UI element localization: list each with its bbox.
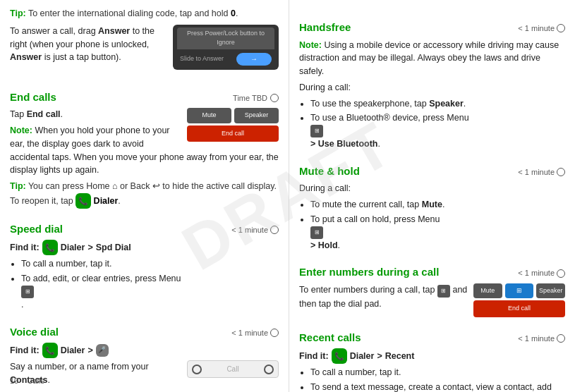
slide-arrow: →: [250, 54, 258, 64]
slide-button[interactable]: →: [236, 53, 272, 66]
handsfree-list: To use the speakerphone, tap Speaker. To…: [310, 97, 565, 151]
clock-icon-speed: [270, 226, 279, 234]
clock-icon-voice: [270, 329, 279, 337]
end-calls-heading: End calls: [10, 90, 56, 106]
recent-calls-find-it: Find it: 📞 Dialer > Recent: [299, 348, 565, 364]
list-item: To send a text message, create a contact…: [310, 381, 565, 392]
end-call-button-img: End call: [187, 125, 279, 142]
left-column: Tip: To enter the international dialing …: [0, 0, 289, 392]
clock-icon-enter: [557, 269, 565, 278]
menu-icon-hold: ⊞: [310, 226, 323, 239]
tip1-text: Tip: To enter the international dialing …: [10, 7, 279, 20]
list-item: To call a number, tap it.: [310, 366, 565, 379]
recent-calls-heading: Recent calls: [299, 330, 361, 346]
mute-btn-enter: Mute: [473, 283, 502, 299]
enter-numbers-ui: Mute ⊞ Speaker End call: [473, 283, 565, 317]
power-lock-label: Press Power/Lock button to Ignore: [177, 27, 274, 49]
speed-dial-find-it: Find it: 📞 Dialer > Spd Dial: [10, 240, 279, 255]
dialpad-icon: ⊞: [437, 285, 450, 298]
voice-icon: 🎤: [96, 344, 109, 357]
speed-dial-time: < 1 minute: [231, 224, 279, 236]
mute-during: During a call:: [299, 182, 565, 195]
enter-numbers-heading: Enter numbers during a call: [299, 264, 439, 281]
end-calls-time: Time TBD: [233, 92, 279, 104]
voice-dial-heading: Voice dial: [10, 324, 59, 341]
dialer-icon-recent: 📞: [332, 348, 347, 364]
handsfree-during: During a call:: [299, 81, 565, 94]
mute-hold-heading: Mute & hold: [299, 164, 360, 180]
call-text: Call: [206, 364, 260, 374]
mute-hold-list: To mute the current call, tap Mute. To p…: [310, 198, 565, 252]
end-call-ui: Mute Speaker End call: [187, 108, 279, 142]
enter-numbers-heading-row: Enter numbers during a call < 1 minute: [299, 257, 565, 282]
voice-dial-find-it: Find it: 📞 Dialer > 🎤: [10, 343, 279, 358]
menu-icon-bt: ⊞: [310, 125, 323, 137]
voice-dial-heading-row: Voice dial < 1 minute: [10, 317, 279, 342]
voice-dial-section: Call Say a number, or a name from your C…: [10, 360, 279, 390]
right-column: Handsfree < 1 minute Note: Using a mobil…: [289, 0, 575, 392]
menu-icon-speed: ⊞: [21, 286, 34, 298]
search-icon: [192, 365, 202, 374]
mute-hold-heading-row: Mute & hold < 1 minute: [299, 157, 565, 181]
list-item: To mute the current call, tap Mute.: [310, 198, 565, 212]
dialer-icon-voice: 📞: [42, 343, 58, 358]
slide-label: Slide to Answer: [180, 54, 224, 64]
recent-calls-list: To call a number, tap it. To send a text…: [310, 366, 565, 392]
list-item: To call a number, tap it.: [21, 257, 279, 271]
dialer-icon-tip2: 📞: [75, 193, 91, 209]
end-call-btn-enter: End call: [473, 300, 565, 317]
list-item: To use a Bluetooth® device, press Menu ⊞…: [310, 111, 565, 151]
end-calls-heading-row: End calls Time TBD: [10, 82, 279, 107]
answer-section: Press Power/Lock button to Ignore Slide …: [10, 25, 279, 77]
recent-calls-heading-row: Recent calls < 1 minute: [299, 323, 565, 348]
recent-calls-time: < 1 minute: [518, 333, 565, 345]
list-item: To put a call on hold, press Menu ⊞ > Ho…: [310, 213, 565, 252]
speaker-icon: [264, 365, 274, 374]
end-calls-section: Mute Speaker End call Tap End call. Note…: [10, 108, 279, 180]
list-item: To add, edit, or clear entries, press Me…: [21, 272, 279, 312]
clock-icon: [270, 94, 279, 102]
clock-icon-handsfree: [557, 24, 565, 32]
speed-dial-heading: Speed dial: [10, 221, 63, 238]
page-footer: 10 Calls: [10, 375, 44, 387]
tip2-text: Tip: You can press Home ⌂ or Back ↩ to h…: [10, 180, 279, 209]
handsfree-note: Note: Using a mobile device or accessory…: [299, 39, 565, 78]
handsfree-heading-row: Handsfree < 1 minute: [299, 13, 565, 37]
clock-icon-mute: [557, 168, 565, 176]
handsfree-time: < 1 minute: [518, 23, 565, 35]
mute-button-img: Mute: [187, 108, 231, 123]
speaker-btn-enter: Speaker: [536, 283, 565, 299]
enter-numbers-time: < 1 minute: [518, 267, 565, 279]
clock-icon-recent: [557, 334, 565, 343]
enter-numbers-section: Mute ⊞ Speaker End call To enter numbers…: [299, 283, 565, 317]
mute-hold-time: < 1 minute: [518, 166, 565, 178]
slide-to-answer-ui: Press Power/Lock button to Ignore Slide …: [173, 25, 279, 73]
dialer-icon-speed: 📞: [42, 240, 58, 255]
dialpad-btn: ⊞: [505, 283, 534, 299]
handsfree-heading: Handsfree: [299, 20, 351, 36]
voice-dial-time: < 1 minute: [231, 327, 279, 339]
speaker-button-img: Speaker: [234, 108, 279, 123]
voice-dial-ui: Call: [187, 360, 279, 378]
speed-dial-heading-row: Speed dial < 1 minute: [10, 214, 279, 239]
speed-dial-list: To call a number, tap it. To add, edit, …: [21, 257, 279, 311]
tip2-label: Tip:: [10, 181, 26, 191]
tip1-label: Tip:: [10, 8, 26, 18]
list-item: To use the speakerphone, tap Speaker.: [310, 97, 565, 111]
